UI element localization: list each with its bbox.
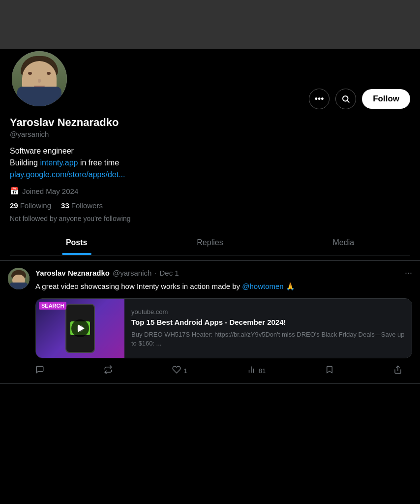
action-buttons: ••• Follow xyxy=(309,89,410,109)
bio-line2-suffix: in free time xyxy=(78,158,119,167)
like-action[interactable]: 1 xyxy=(172,365,187,377)
follow-button[interactable]: Follow xyxy=(362,89,410,109)
avatar-jacket xyxy=(17,87,61,106)
tweet-list: Yaroslav Neznaradko @yarsanich · Dec 1 ·… xyxy=(0,260,420,384)
profile-avatar xyxy=(10,49,69,108)
tweet-more-button[interactable]: ··· xyxy=(405,268,412,278)
bio-link-play[interactable]: play.google.com/store/apps/det... xyxy=(10,170,125,179)
play-button[interactable] xyxy=(71,319,89,337)
tweet-avatar[interactable] xyxy=(8,268,30,289)
tweet-text-prefix: A great video showcasing how Intenty wor… xyxy=(35,282,242,290)
display-name: Yaroslav Neznaradko xyxy=(10,116,410,129)
tweet-date: Dec 1 xyxy=(160,269,179,277)
tweet-username: @yarsanich xyxy=(113,269,151,277)
profile-section: ••• Follow Yaroslav Neznaradko @yarsanic… xyxy=(0,49,420,260)
media-source: youtube.com xyxy=(131,308,405,315)
bookmark-action[interactable] xyxy=(325,365,334,377)
tweet-dot: · xyxy=(154,269,156,277)
following-label: Following xyxy=(20,201,51,210)
tweet-actions: 1 81 xyxy=(35,365,412,377)
username: @yarsanich xyxy=(10,130,410,138)
following-number: 29 xyxy=(10,201,18,210)
tab-replies[interactable]: Replies xyxy=(143,230,276,255)
more-button[interactable]: ••• xyxy=(309,89,330,109)
media-description: Buy DREO WH517S Heater: https://br.ai/zY… xyxy=(131,330,405,348)
like-count: 1 xyxy=(184,367,187,375)
follow-counts: 29 Following 33 Followers xyxy=(10,201,410,210)
bookmark-icon xyxy=(325,365,334,377)
tweet-mention[interactable]: @howtomen xyxy=(242,282,283,290)
views-action[interactable]: 81 xyxy=(247,365,266,377)
bio-line2-prefix: Building xyxy=(10,158,40,167)
tweet-text-suffix: 🙏 xyxy=(284,282,295,290)
media-card[interactable]: SEARCH youtube.com Top 15 Best Android A… xyxy=(35,298,412,358)
tweet: Yaroslav Neznaradko @yarsanich · Dec 1 ·… xyxy=(0,261,420,384)
join-date-text: Joined May 2024 xyxy=(22,187,78,195)
reply-action[interactable] xyxy=(35,365,44,377)
search-badge: SEARCH xyxy=(39,302,66,310)
calendar-icon: 📅 xyxy=(10,187,19,195)
profile-tabs: Posts Replies Media xyxy=(10,230,410,255)
play-icon xyxy=(78,324,85,332)
tweet-text: A great video showcasing how Intenty wor… xyxy=(35,281,412,292)
retweet-icon xyxy=(104,365,113,377)
tweet-display-name: Yaroslav Neznaradko xyxy=(35,269,110,277)
media-thumbnail: SEARCH xyxy=(36,299,124,358)
views-count: 81 xyxy=(259,367,266,375)
retweet-action[interactable] xyxy=(104,365,113,377)
views-icon xyxy=(247,365,256,377)
media-info: youtube.com Top 15 Best Android Apps - D… xyxy=(124,299,412,358)
join-date: 📅 Joined May 2024 xyxy=(10,187,410,195)
svg-line-1 xyxy=(348,100,349,102)
following-count-item[interactable]: 29 Following xyxy=(10,201,51,210)
bio-line1: Software engineer xyxy=(10,147,74,155)
like-icon xyxy=(172,365,181,377)
share-icon xyxy=(393,365,402,377)
tweet-header: Yaroslav Neznaradko @yarsanich · Dec 1 ·… xyxy=(35,268,412,278)
bio: Software engineer Building intenty.app i… xyxy=(10,145,410,181)
tweet-content: Yaroslav Neznaradko @yarsanich · Dec 1 ·… xyxy=(35,268,412,377)
reply-icon xyxy=(35,365,44,377)
share-action[interactable] xyxy=(393,365,402,377)
profile-info: Yaroslav Neznaradko @yarsanich Software … xyxy=(10,109,410,222)
tab-posts[interactable]: Posts xyxy=(10,230,143,255)
followers-label: Followers xyxy=(71,201,103,210)
avatar-actions-row: ••• Follow xyxy=(10,49,410,109)
tab-media[interactable]: Media xyxy=(277,230,410,255)
search-button[interactable] xyxy=(335,89,356,109)
media-title: Top 15 Best Android Apps - December 2024… xyxy=(131,317,405,327)
followers-count-item[interactable]: 33 Followers xyxy=(61,201,103,210)
followers-number: 33 xyxy=(61,201,69,210)
bio-link-intenty[interactable]: intenty.app xyxy=(40,158,78,167)
not-followed-text: Not followed by anyone you're following xyxy=(10,215,410,222)
